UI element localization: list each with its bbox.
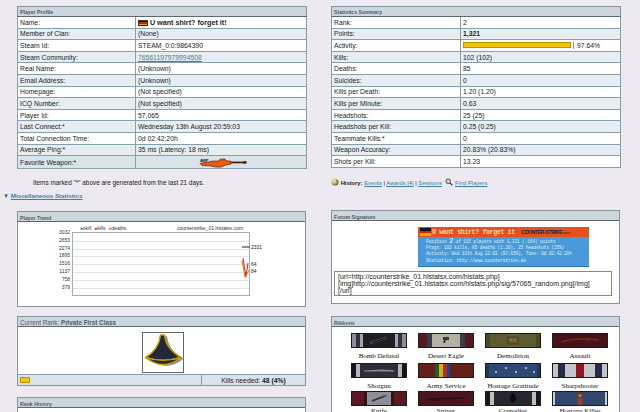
svg-text:84: 84 [251, 268, 257, 274]
svg-text:2331: 2331 [251, 244, 262, 250]
svg-text:64: 64 [251, 261, 257, 267]
